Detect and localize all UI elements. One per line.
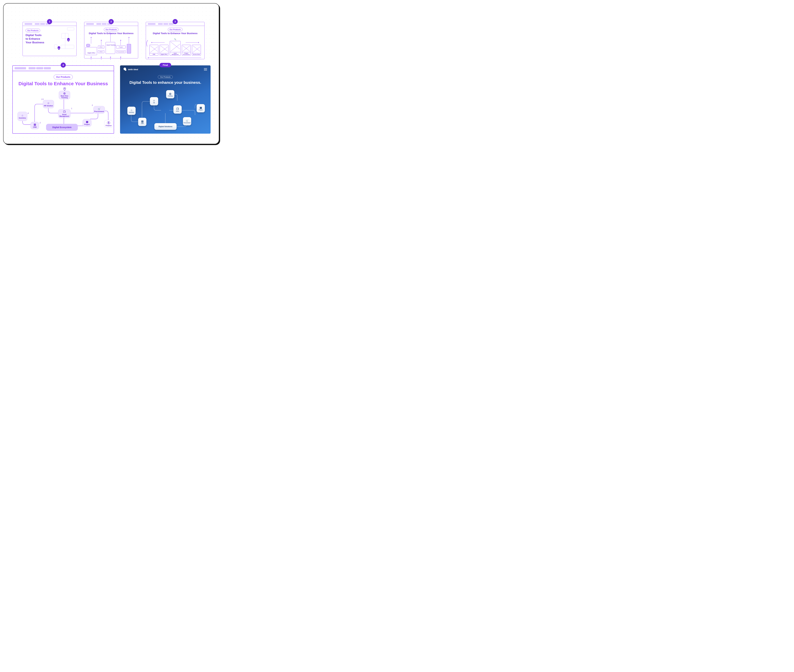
svg-point-0 — [64, 88, 65, 89]
card-digital-office[interactable]: Digital Office — [160, 45, 168, 56]
stage-badge-1: 1 — [47, 19, 52, 24]
brand-logo[interactable]: detik ideal — [124, 67, 138, 71]
note-2: 2. — [40, 122, 41, 124]
stage4-diagram: Inventory CRM HR Solution Real-Time Trac… — [16, 88, 110, 130]
node-tracking[interactable]: Real-Time Tracking — [59, 91, 70, 99]
design-progression-frame: 1 Our Products Digital Tools to Enhance … — [3, 3, 219, 144]
scribble-icon — [86, 44, 90, 47]
note-1: 1. — [71, 107, 72, 109]
stage3-headline: Digital Tools to Enhance Your Business — [149, 32, 202, 35]
map-pin-icon — [58, 46, 60, 50]
magnify-icon — [174, 38, 176, 40]
stage-badge-4: 4 — [61, 62, 66, 67]
card-crm[interactable]: CRM — [149, 45, 158, 56]
final-headline: Digital Tools to enhance your business. — [120, 80, 210, 85]
stage-badge-3: 3 — [173, 19, 178, 24]
node-procurement[interactable]: Procurement — [93, 106, 105, 114]
section-tag: Our Products — [168, 28, 183, 31]
label-asset: Asset Tracking — [107, 44, 115, 46]
node-hr[interactable]: HR — [150, 97, 158, 106]
stage-2: 2 Our Products Digital Tools to Enhance … — [84, 22, 138, 58]
arrow-left-long-icon — [148, 58, 201, 58]
stage2-layout-sketch: Digital Office CRM 1 CRM 2 Asset Trackin… — [84, 41, 138, 58]
logo-mark-icon — [124, 67, 127, 71]
stage4-headline: Digital Tools to Enhance Your Business — [16, 81, 110, 86]
note-4: 4. — [27, 112, 29, 114]
ghost-box — [67, 27, 74, 30]
stage-badge-final: Final — [160, 63, 171, 67]
final-mockup: detik ideal Our Products Digital Tools t… — [120, 66, 210, 134]
node-asset[interactable]: Asset Management — [58, 109, 71, 118]
box-procurement: Procurement — [116, 50, 126, 53]
final-diagram: Inventory CRM HR Tracking Asset Procurem… — [125, 91, 206, 131]
scribble-block — [127, 44, 131, 53]
stage-badge-2: 2 — [109, 19, 114, 24]
wireframe-browser-1: Our Products Digital Tools to Enhance Yo… — [22, 22, 77, 56]
hamburger-menu-icon[interactable] — [204, 68, 207, 70]
wireframe-browser-4: Our Products Digital Tools to Enhance Yo… — [12, 66, 114, 134]
section-tag: Our Products — [158, 75, 173, 79]
card-service-desk[interactable]: Service Desk — [192, 45, 201, 56]
addr-block — [25, 23, 32, 25]
stage-final: Final detik ideal Our Products Digital T… — [120, 66, 210, 134]
node-crm[interactable]: CRM — [30, 122, 39, 129]
node-project[interactable]: Project — [83, 119, 91, 126]
node-finance[interactable]: Finance — [104, 120, 113, 128]
box-crm1: CRM 1 — [98, 46, 104, 48]
stage2-headline: Digital Tools to Enhance Your Business — [87, 32, 135, 35]
wireframe-browser-2: Our Products Digital Tools to Enhance Yo… — [84, 22, 138, 58]
node-crm[interactable]: CRM — [138, 118, 146, 126]
node-hr[interactable]: HR Solution — [43, 100, 54, 108]
node-procurement[interactable]: Procurement — [183, 117, 191, 125]
curve-scribble-icon — [145, 40, 149, 48]
card-asset-management[interactable]: Asset Management — [170, 41, 181, 56]
section-tag: Our Products — [54, 75, 72, 79]
stage-4: 4 Our Products Digital Tools to Enhance … — [12, 66, 114, 134]
label-digital-office: Digital Office — [88, 52, 95, 54]
note-1p5: 1.5. — [41, 98, 44, 100]
section-tag: Our Products — [104, 28, 119, 31]
stage-3: 3 Our Products Digital Tools to Enhance … — [146, 22, 205, 59]
node-tracking[interactable]: Tracking — [166, 90, 174, 98]
node-hub[interactable]: Digital Ecosystem — [46, 124, 78, 131]
section-tag: Our Products — [26, 29, 40, 32]
stage-1: 1 Our Products Digital Tools to Enhance … — [22, 22, 77, 56]
wireframe-browser-3: Our Products Digital Tools to Enhance Yo… — [146, 22, 205, 59]
ghost-box — [54, 45, 57, 49]
carousel-row: CRM Digital Office Asset Management Proj… — [148, 41, 203, 56]
stage1-body: Our Products Digital Tools to Enhance Yo… — [23, 26, 76, 56]
node-hub[interactable]: Digital Solutions — [154, 123, 176, 130]
ghost-box — [61, 45, 74, 49]
box-project: Project — [116, 46, 126, 48]
node-asset[interactable]: Asset — [173, 106, 182, 114]
card-project-procurement[interactable]: Project Procurement — [182, 45, 191, 56]
brand-name: detik ideal — [128, 68, 138, 70]
box-crm2: CRM 2 — [98, 50, 104, 53]
pin-icon — [63, 87, 66, 91]
note-3: 3. — [92, 104, 93, 106]
node-inventory[interactable]: Inventory — [127, 107, 136, 115]
node-inventory[interactable]: Inventory — [18, 112, 27, 121]
ghost-box — [61, 33, 69, 38]
node-project[interactable]: Project — [197, 104, 205, 112]
